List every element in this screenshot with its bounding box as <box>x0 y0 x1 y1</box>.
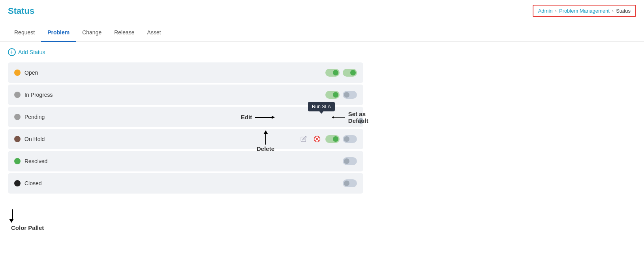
delete-annotation-label: Delete <box>257 145 274 152</box>
color-pallet-label: Color Pallet <box>11 224 44 231</box>
tab-request[interactable]: Request <box>8 24 41 42</box>
main-content: + Add Status Open <box>0 42 644 237</box>
run-sla-tooltip: Run SLA <box>308 102 335 111</box>
color-dot-on-hold[interactable] <box>14 136 21 142</box>
status-list: Open In Progress <box>8 62 363 194</box>
toggle-default-resolved[interactable] <box>343 157 357 165</box>
delete-arrow-up <box>263 130 268 145</box>
svg-marker-4 <box>272 116 275 119</box>
header: Status Admin › Problem Management › Stat… <box>0 0 644 22</box>
toggle-sla-in-progress[interactable] <box>325 91 340 99</box>
toggle-default-in-progress[interactable] <box>343 91 357 99</box>
status-label-resolved: Resolved <box>24 158 47 164</box>
status-label-in-progress: In Progress <box>24 92 53 98</box>
tab-change[interactable]: Change <box>76 24 108 42</box>
edit-arrow <box>255 114 275 120</box>
svg-marker-5 <box>263 130 268 134</box>
status-label-pending: Pending <box>24 114 45 120</box>
status-row-pending: Pending Run SLA <box>8 107 363 127</box>
status-row-resolved: Resolved <box>8 151 363 171</box>
breadcrumb-admin[interactable]: Admin <box>538 8 553 14</box>
breadcrumb-status: Status <box>616 8 631 14</box>
color-pallet-annotation: Color Pallet <box>8 209 636 231</box>
status-row-on-hold: On Hold <box>8 129 363 149</box>
edit-annotation-label: Edit <box>241 114 252 120</box>
edit-button[interactable] <box>299 134 309 144</box>
delete-button[interactable] <box>312 134 322 144</box>
status-label-open: Open <box>24 70 38 76</box>
color-dot-resolved[interactable] <box>14 158 21 164</box>
set-default-arrow <box>332 114 345 120</box>
status-row-closed: Closed <box>8 173 363 194</box>
tab-release[interactable]: Release <box>108 24 141 42</box>
color-dot-in-progress[interactable] <box>14 92 21 98</box>
tab-problem[interactable]: Problem <box>41 24 76 42</box>
set-default-annotation-label: Set as Default <box>348 111 375 124</box>
color-dot-closed[interactable] <box>14 180 21 186</box>
toggle-sla-on-hold[interactable] <box>325 135 340 143</box>
page-title: Status <box>8 6 34 16</box>
toggle-default-closed[interactable] <box>343 179 357 187</box>
svg-marker-8 <box>332 116 334 118</box>
tab-asset[interactable]: Asset <box>141 24 167 42</box>
toggle-default-on-hold[interactable] <box>343 135 357 143</box>
color-dot-open[interactable] <box>14 70 21 76</box>
toggle-sla-open[interactable] <box>325 69 340 77</box>
breadcrumb: Admin › Problem Management › Status <box>533 5 636 17</box>
add-status-button[interactable]: + Add Status <box>8 48 45 56</box>
plus-icon: + <box>8 48 16 56</box>
status-label-on-hold: On Hold <box>24 136 45 142</box>
tab-bar: Request Problem Change Release Asset <box>0 24 644 42</box>
status-label-closed: Closed <box>24 180 42 186</box>
toggle-default-open[interactable] <box>343 69 357 77</box>
color-dot-pending[interactable] <box>14 114 21 120</box>
add-status-label: Add Status <box>18 49 45 55</box>
breadcrumb-problem-management[interactable]: Problem Management <box>559 8 610 14</box>
status-row-open: Open <box>8 62 363 83</box>
